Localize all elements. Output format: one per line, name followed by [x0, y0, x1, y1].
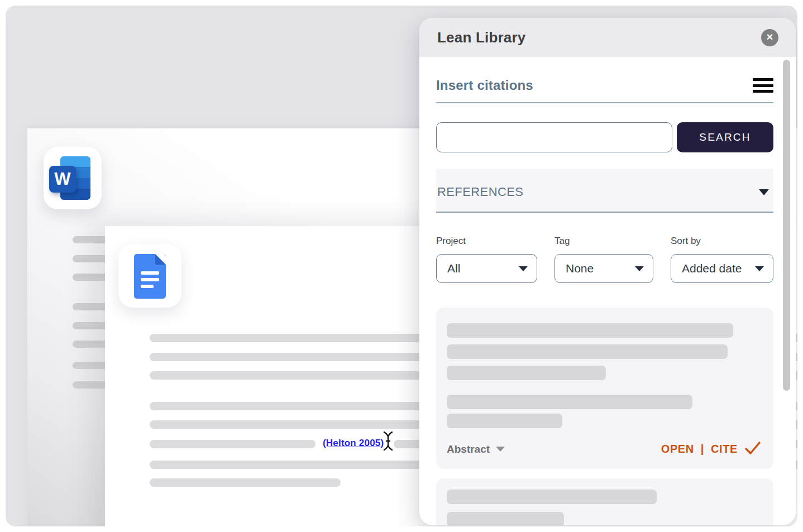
panel-title: Lean Library: [437, 29, 525, 46]
citation-link[interactable]: (Helton 2005): [323, 438, 384, 449]
filters-row: Project All Tag None Sort by: [436, 236, 773, 283]
filter-label: Sort by: [671, 236, 773, 247]
google-docs-icon: [118, 244, 181, 308]
cite-button[interactable]: CITE: [711, 443, 738, 456]
chevron-down-icon: [519, 266, 528, 271]
open-button[interactable]: OPEN: [661, 443, 694, 456]
panel-body: Insert citations SEARCH REFERENCES Proje…: [419, 77, 796, 525]
reference-placeholder-bar: [447, 512, 564, 525]
search-button[interactable]: SEARCH: [677, 122, 773, 152]
chevron-down-icon: [759, 189, 769, 195]
references-title: REFERENCES: [437, 185, 523, 199]
chevron-down-icon: [755, 266, 764, 271]
filter-tag: Tag None: [555, 236, 653, 283]
chevron-down-icon: [635, 266, 644, 271]
reference-placeholder-bar: [447, 323, 733, 338]
tag-select[interactable]: None: [555, 254, 653, 283]
references-section-header[interactable]: REFERENCES: [436, 169, 773, 213]
filter-label: Project: [436, 236, 537, 247]
close-icon: ✕: [766, 33, 773, 42]
folded-corner-shape: [155, 254, 166, 265]
check-icon: [744, 440, 761, 458]
docs-logo-line: [141, 278, 159, 281]
google-docs-logo-icon: [134, 254, 166, 299]
reference-card: Abstract OPEN | CITE: [436, 308, 773, 469]
chevron-down-icon: [496, 447, 505, 452]
sort-select[interactable]: Added date: [671, 254, 773, 283]
filter-project: Project All: [436, 236, 537, 283]
divider: [436, 102, 773, 103]
reference-placeholder-bar: [447, 490, 657, 504]
filter-sort: Sort by Added date: [671, 236, 773, 283]
close-button[interactable]: ✕: [761, 29, 778, 46]
panel-header: Lean Library ✕: [419, 18, 796, 57]
search-input[interactable]: [436, 122, 672, 152]
ms-word-icon: W: [44, 147, 102, 209]
text-cursor-icon: [383, 430, 393, 454]
lean-library-panel: Lean Library ✕ Insert citations SEARCH R…: [419, 18, 796, 525]
scrollbar-thumb[interactable]: [783, 60, 790, 391]
docs-logo-line: [141, 285, 154, 288]
app-background: W (Helton 2005): [6, 6, 797, 526]
menu-icon[interactable]: [753, 78, 773, 93]
reference-placeholder-bar: [447, 344, 728, 359]
ms-word-logo-icon: W: [44, 147, 102, 209]
action-separator: |: [701, 443, 704, 456]
abstract-label: Abstract: [447, 443, 490, 456]
reference-placeholder-bar: [447, 366, 606, 380]
section-title: Insert citations: [436, 78, 533, 93]
abstract-toggle[interactable]: Abstract: [447, 443, 505, 456]
docs-logo-line: [141, 271, 159, 275]
word-logo-letter: W: [49, 166, 76, 193]
reference-card: [436, 478, 773, 525]
text-placeholder-line: [150, 440, 316, 448]
reference-placeholder-bar: [447, 395, 692, 409]
text-placeholder-line: [150, 478, 341, 487]
filter-label: Tag: [555, 236, 653, 247]
reference-placeholder-bar: [447, 414, 562, 428]
project-select[interactable]: All: [436, 254, 537, 283]
